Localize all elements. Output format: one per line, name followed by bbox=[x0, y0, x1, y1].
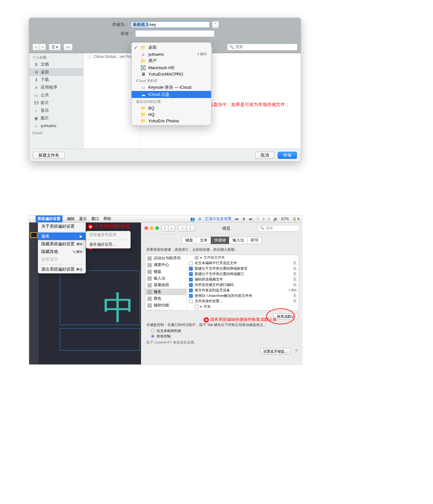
app-menu-services[interactable]: 服务▶ bbox=[38, 232, 86, 240]
app-menu-hide-others[interactable]: 隐藏其他⌥⌘H bbox=[38, 248, 86, 256]
app-menu-about[interactable]: 关于系统偏好设置 bbox=[38, 223, 86, 230]
kb-cat-a11y[interactable]: 辅助功能 bbox=[145, 302, 187, 309]
location-item-userhome[interactable]: ⌂yuhueric⇧⌘H bbox=[132, 51, 211, 57]
kb-row[interactable]: ✓使用Dr. Unarchiver解压到当前文件夹无 bbox=[187, 293, 298, 298]
sidebar-item-movies[interactable]: 🎞影片 bbox=[29, 99, 83, 107]
app-menu-hide[interactable]: 隐藏系统偏好设置⌘H bbox=[38, 240, 86, 248]
sidebar-item-public[interactable]: ▭公共 bbox=[29, 91, 83, 99]
sidebar-item-desktop[interactable]: 🖥桌面 bbox=[29, 68, 83, 76]
kb-tab-shortcuts[interactable]: 快捷键 bbox=[211, 237, 229, 244]
volume-icon[interactable]: 🔊 bbox=[273, 217, 278, 221]
kb-row[interactable]: ✓对所选音频文件进行编码无 bbox=[187, 282, 298, 288]
kb-cat-launchpad[interactable]: 启动台与程序坞 bbox=[145, 255, 187, 262]
app-menu-quit[interactable]: 退出系统偏好设置⌘Q bbox=[38, 265, 86, 273]
location-item-icloud-drive[interactable]: ☁︎iCloud 云盘 bbox=[132, 91, 211, 98]
slide-thumb[interactable] bbox=[30, 232, 37, 238]
menubar-app[interactable]: 系统偏好设置 bbox=[36, 215, 62, 222]
location-item-mac[interactable]: 🖥YuhuEricMACPRO bbox=[132, 71, 211, 77]
group-button[interactable]: ▭ bbox=[63, 44, 73, 51]
forward-button[interactable]: › bbox=[39, 44, 46, 51]
kb-group-files[interactable]: – ▼文件和文件夹 bbox=[187, 255, 298, 260]
checkbox[interactable]: ✓ bbox=[189, 294, 193, 298]
kb-row[interactable]: ✓新建位于文件夹位置的终端窗口无 bbox=[187, 271, 298, 277]
kb-row[interactable]: ✓编码所选视频文件无 bbox=[187, 277, 298, 282]
kb-cat-mission[interactable]: 调度中心 bbox=[145, 262, 187, 268]
help-icon[interactable]: ? bbox=[294, 348, 299, 354]
kb-tab-dictation[interactable]: 听写 bbox=[247, 237, 262, 244]
menubar-edit[interactable]: 编辑 bbox=[67, 216, 75, 222]
kb-forward-button[interactable]: › bbox=[168, 225, 175, 232]
location-item-hdd[interactable]: 💽Macintosh HD bbox=[132, 64, 211, 71]
location-item-keynote-icloud[interactable]: ▭Keynote 讲演 — iCloud bbox=[132, 84, 211, 91]
services-prefs[interactable]: 服务偏好设置... bbox=[86, 241, 130, 248]
prev-track-icon[interactable]: ⏮ bbox=[235, 217, 239, 221]
search-input[interactable]: 🔍 搜索 bbox=[227, 44, 298, 51]
kb-row[interactable]: 文件夹操作设置...无 bbox=[187, 298, 298, 304]
checkbox[interactable] bbox=[189, 299, 193, 303]
annotation-circle bbox=[266, 308, 295, 324]
sidebar-item-music[interactable]: ♪音乐 bbox=[29, 107, 83, 114]
traffic-lights bbox=[144, 226, 159, 230]
kb-grid-button[interactable]: ⋮⋮⋮ bbox=[178, 225, 195, 232]
zoom-icon[interactable] bbox=[155, 226, 159, 230]
menu-separator bbox=[86, 240, 130, 240]
kb-tab-keyboard[interactable]: 键盘 bbox=[182, 237, 197, 244]
bluetooth-icon[interactable]: ᚼ bbox=[263, 217, 265, 221]
kb-search-input[interactable]: 🔍搜索 bbox=[258, 225, 299, 232]
view-mode-button[interactable]: ☰ ▾ bbox=[49, 44, 61, 51]
location-item-hq[interactable]: 📁HQ bbox=[132, 111, 211, 118]
sidebar-item-documents[interactable]: 🗎文稿 bbox=[29, 61, 83, 68]
checkbox[interactable] bbox=[189, 310, 193, 311]
checkbox[interactable]: ✓ bbox=[189, 267, 193, 271]
menubar-view[interactable]: 显示 bbox=[79, 216, 87, 222]
tag-input[interactable] bbox=[135, 30, 215, 37]
location-item-users[interactable]: 📁用户 bbox=[132, 57, 211, 64]
bluetooth-keyboard-button[interactable]: 设置蓝牙键盘... bbox=[260, 348, 290, 354]
back-button[interactable]: ‹ bbox=[32, 44, 39, 51]
minimize-icon[interactable] bbox=[150, 226, 153, 230]
kb-cat-screenshot[interactable]: 屏幕快照 bbox=[145, 282, 187, 289]
sidebar-item-photos[interactable]: ▣图片 bbox=[29, 114, 83, 122]
sidebar-item-downloads[interactable]: ⬇下载 bbox=[29, 76, 83, 84]
sidebar-item-apps[interactable]: A应用程序 bbox=[29, 84, 83, 91]
movie-icon: 🎞 bbox=[34, 100, 39, 105]
kb-cat-keyboard[interactable]: 键盘 bbox=[145, 268, 187, 275]
kb-row[interactable]: ✓新建位于文件夹位置的终端标签页无 bbox=[187, 266, 298, 271]
save-button[interactable]: 存储 bbox=[278, 152, 297, 159]
close-icon[interactable] bbox=[144, 226, 148, 230]
status-icon[interactable]: ⊛ bbox=[198, 217, 201, 221]
checkbox[interactable] bbox=[195, 305, 199, 309]
pause-icon[interactable]: ⏸ bbox=[242, 217, 246, 221]
kb-cat-spotlight[interactable]: 聚焦 bbox=[145, 295, 187, 302]
expand-toggle-icon[interactable]: ˄ bbox=[212, 21, 219, 28]
kb-back-button[interactable]: ‹ bbox=[161, 225, 168, 232]
next-track-icon[interactable]: ⏭ bbox=[249, 217, 253, 221]
checkbox[interactable]: ✓ bbox=[189, 283, 193, 287]
checkbox[interactable]: ✓ bbox=[189, 289, 193, 292]
kb-radio-text-only[interactable]: 仅文本框和列表 bbox=[151, 329, 293, 333]
kb-tab-ime[interactable]: 输入法 bbox=[229, 237, 248, 244]
location-item-bq[interactable]: 📁BQ bbox=[132, 105, 211, 111]
app-menu-dropdown: 关于系统偏好设置 服务▶ 隐藏系统偏好设置⌘H 隐藏其他⌥⌘H 全部显示 退出系… bbox=[38, 222, 86, 273]
kb-cat-app-shortcuts[interactable]: 应用快捷键 bbox=[145, 309, 187, 310]
new-folder-button[interactable]: 新建文件夹 bbox=[33, 152, 65, 159]
kb-row[interactable]: 在文本编辑中打开选定文件无 bbox=[187, 260, 298, 266]
kb-cat-ime[interactable]: 输入法 bbox=[145, 275, 187, 282]
menubar-help[interactable]: 帮助 bbox=[103, 216, 111, 222]
like-icon[interactable]: ♡ bbox=[256, 217, 259, 221]
kb-row[interactable]: ✓将文件发送到蓝牙设备⇧⌘B bbox=[187, 288, 298, 293]
wechat-icon[interactable]: 👥 bbox=[190, 217, 195, 221]
checkbox[interactable]: ✓ bbox=[189, 272, 193, 276]
kb-tab-text[interactable]: 文本 bbox=[196, 237, 211, 244]
sidebar-item-home[interactable]: ⌂yuhueric bbox=[29, 122, 83, 129]
checkbox[interactable] bbox=[189, 261, 193, 265]
location-item-photos[interactable]: 📁YuhuEric Photos bbox=[132, 118, 211, 124]
filename-input[interactable]: 未命名 3.key bbox=[131, 21, 210, 28]
location-item-desktop[interactable]: 📁桌面 bbox=[132, 44, 211, 51]
kb-cat-services[interactable]: 服务 bbox=[145, 289, 187, 295]
kb-radio-all-controls[interactable]: 所有控制 bbox=[151, 334, 293, 339]
wifi-icon[interactable]: ⧙ bbox=[268, 217, 270, 221]
menubar-window[interactable]: 窗口 bbox=[91, 216, 99, 222]
cancel-button[interactable]: 取消 bbox=[255, 152, 274, 159]
checkbox[interactable]: ✓ bbox=[189, 278, 193, 281]
